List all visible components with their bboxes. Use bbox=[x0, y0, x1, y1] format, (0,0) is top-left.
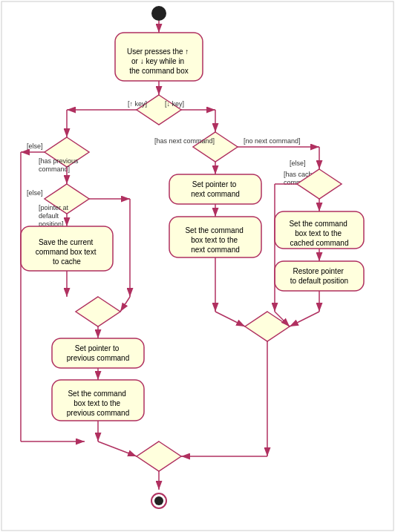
diagram-svg: User presses the ↑ or ↓ key while in the… bbox=[0, 0, 395, 532]
label-down-key: [↓ key] bbox=[165, 100, 184, 108]
label-else1: [else] bbox=[27, 142, 43, 150]
key-decision-node bbox=[137, 95, 181, 125]
label-has-next: [has next command] bbox=[154, 137, 215, 145]
arrow-else2-merge1 bbox=[120, 297, 130, 312]
final-merge-node bbox=[137, 441, 181, 471]
label-ptr-default: [pointer at default position] bbox=[39, 204, 71, 228]
label-has-prev: [has previous command] bbox=[39, 157, 80, 173]
next-decision-node bbox=[193, 132, 238, 162]
label-else2: [else] bbox=[27, 189, 43, 197]
arrow-settext-final bbox=[98, 441, 137, 456]
trigger-text: User presses the ↑ or ↓ key while in the… bbox=[127, 47, 191, 75]
merge2-node bbox=[245, 312, 290, 341]
label-up-key: [↑ key] bbox=[128, 100, 147, 108]
merge1-node bbox=[76, 297, 120, 326]
arrow-nexttxt-merge2 bbox=[215, 312, 245, 326]
start-node bbox=[151, 6, 166, 21]
set-text-prev-text: Set the command box text to the previous… bbox=[67, 390, 129, 417]
set-text-next-text: Set the command box text to the next com… bbox=[185, 226, 245, 254]
label-no-next: [no next command] bbox=[244, 137, 301, 145]
label-else3: [else] bbox=[290, 160, 306, 167]
set-text-cached-text: Set the command box text to the cached c… bbox=[289, 220, 349, 247]
arrow-restore-merge2b bbox=[290, 312, 319, 326]
end-inner bbox=[154, 496, 163, 505]
